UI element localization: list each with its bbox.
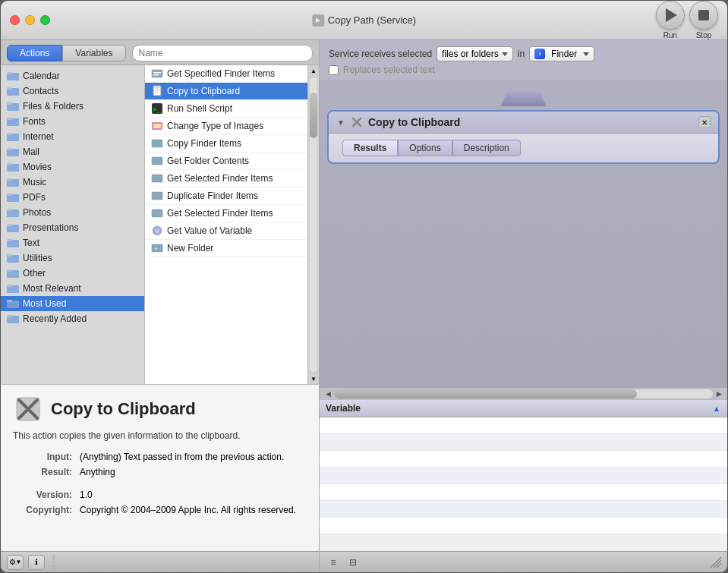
category-item[interactable]: Presentations xyxy=(1,220,144,235)
action-item[interactable]: Get Specified Finder Items xyxy=(145,65,307,83)
category-item[interactable]: Most Relevant xyxy=(1,281,144,296)
action-item[interactable]: Get Folder Contents xyxy=(145,153,307,170)
input-label: Input: xyxy=(14,450,75,464)
folder-icon xyxy=(7,222,19,234)
add-action-button[interactable]: ℹ xyxy=(28,555,45,570)
connector-shape xyxy=(501,91,547,106)
tab-results[interactable]: Results xyxy=(342,140,398,156)
action-item[interactable]: Copy Finder Items xyxy=(145,135,307,153)
maximize-button[interactable] xyxy=(40,15,50,25)
category-item[interactable]: Other xyxy=(1,266,144,281)
folder-icon xyxy=(7,206,19,219)
action-item[interactable]: Change Type of Images xyxy=(145,118,307,135)
finder-dropdown[interactable]: f Finder xyxy=(529,46,594,61)
folder-icon xyxy=(7,252,19,264)
minimize-button[interactable] xyxy=(25,15,35,25)
category-item[interactable]: Contacts xyxy=(1,83,144,99)
scrollbar[interactable]: ▲ ▼ xyxy=(307,65,319,384)
sort-ascending-icon[interactable]: ▲ xyxy=(712,404,721,413)
folder-icon xyxy=(7,313,19,325)
replaces-checkbox[interactable] xyxy=(329,65,339,75)
scroll-track-horiz xyxy=(333,389,714,399)
workflow-connector-top xyxy=(327,91,720,106)
svg-rect-9 xyxy=(7,133,12,135)
scroll-up-button[interactable]: ▲ xyxy=(308,65,319,76)
category-item[interactable]: Calendar xyxy=(1,68,144,83)
gear-button[interactable]: ⚙ ▼ xyxy=(7,555,24,570)
category-item[interactable]: Text xyxy=(1,235,144,250)
window-title: ▶ Copy Path (Service) xyxy=(312,14,416,27)
svg-rect-44 xyxy=(153,124,161,128)
info-icon: ℹ xyxy=(35,558,38,566)
list-view-button[interactable]: ≡ xyxy=(326,556,341,569)
variable-row xyxy=(320,417,727,434)
gear-icon: ⚙ xyxy=(9,558,16,566)
scroll-thumb[interactable] xyxy=(310,93,317,138)
action-item[interactable]: + New Folder xyxy=(145,240,307,257)
folder-icon xyxy=(7,146,19,158)
action-card-close-button[interactable]: ✕ xyxy=(698,116,711,128)
category-item[interactable]: Utilities xyxy=(1,250,144,266)
category-item[interactable]: PDFs xyxy=(1,190,144,205)
detail-view-button[interactable]: ⊟ xyxy=(345,556,361,569)
stop-label: Stop xyxy=(696,31,712,39)
svg-rect-35 xyxy=(153,72,161,74)
svg-rect-19 xyxy=(7,209,12,211)
folder-icon xyxy=(7,100,19,112)
category-item[interactable]: Mail xyxy=(1,144,144,159)
dropdown-arrow-icon xyxy=(502,52,508,56)
scroll-down-button[interactable]: ▼ xyxy=(308,373,319,384)
workflow-area: ▼ Copy to Clipboard ✕ Results xyxy=(320,80,727,387)
stop-button[interactable] xyxy=(689,1,718,30)
run-button[interactable] xyxy=(656,1,685,30)
svg-rect-38 xyxy=(155,87,159,89)
svg-rect-11 xyxy=(7,148,12,150)
right-panel: Service receives selected files or folde… xyxy=(320,40,727,572)
description-panel: Copy to Clipboard This action copies the… xyxy=(1,384,319,551)
svg-rect-21 xyxy=(7,224,12,226)
variables-rows xyxy=(320,417,727,534)
search-input[interactable] xyxy=(132,45,314,61)
svg-rect-23 xyxy=(7,239,12,241)
category-item[interactable]: Files & Folders xyxy=(1,99,144,114)
tabs-bar: Actions Variables xyxy=(1,40,319,65)
action-card-body: Results Options Description xyxy=(329,134,718,162)
action-item-copy-clipboard[interactable]: Copy to Clipboard xyxy=(145,83,307,100)
scroll-right-button[interactable]: ▶ xyxy=(714,389,724,399)
scroll-left-button[interactable]: ◀ xyxy=(323,389,333,399)
tab-actions[interactable]: Actions xyxy=(7,45,62,61)
category-item[interactable]: Music xyxy=(1,175,144,190)
tab-description[interactable]: Description xyxy=(452,140,521,156)
action-item[interactable]: Duplicate Finder Items xyxy=(145,187,307,205)
svg-rect-39 xyxy=(155,90,159,91)
tab-variables[interactable]: Variables xyxy=(62,45,125,61)
category-item[interactable]: Fonts xyxy=(1,114,144,129)
action-list: Get Specified Finder Items Copy to Clipb… xyxy=(145,65,307,384)
svg-rect-27 xyxy=(7,269,12,272)
svg-rect-47 xyxy=(152,175,162,182)
category-item-most-used[interactable]: Most Used xyxy=(1,296,144,311)
action-item[interactable]: >_ Run Shell Script xyxy=(145,100,307,118)
service-type-dropdown[interactable]: files or folders xyxy=(436,46,513,61)
folder-icon xyxy=(7,191,19,203)
category-item[interactable]: Internet xyxy=(1,129,144,144)
action-item[interactable]: V Get Value of Variable xyxy=(145,222,307,240)
category-item[interactable]: Movies xyxy=(1,159,144,175)
svg-rect-45 xyxy=(152,140,162,147)
svg-rect-13 xyxy=(7,163,12,165)
action-x-icon xyxy=(351,117,362,128)
action-icon: V xyxy=(151,225,163,237)
action-item[interactable]: Get Selected Finder Items xyxy=(145,205,307,222)
result-value: Anything xyxy=(77,465,305,479)
scroll-thumb-horiz[interactable] xyxy=(334,389,637,398)
tab-options[interactable]: Options xyxy=(398,140,452,156)
folder-icon xyxy=(7,282,19,294)
category-item[interactable]: Photos xyxy=(1,205,144,220)
collapse-button[interactable]: ▼ xyxy=(336,118,345,127)
close-button[interactable] xyxy=(10,15,20,25)
action-card-header: ▼ Copy to Clipboard ✕ xyxy=(329,112,718,134)
action-item[interactable]: Get Selected Finder Items xyxy=(145,170,307,187)
desc-table: Input: (Anything) Text passed in from th… xyxy=(13,449,307,518)
category-item[interactable]: Recently Added xyxy=(1,311,144,326)
horizontal-scrollbar: ◀ ▶ xyxy=(320,387,727,399)
